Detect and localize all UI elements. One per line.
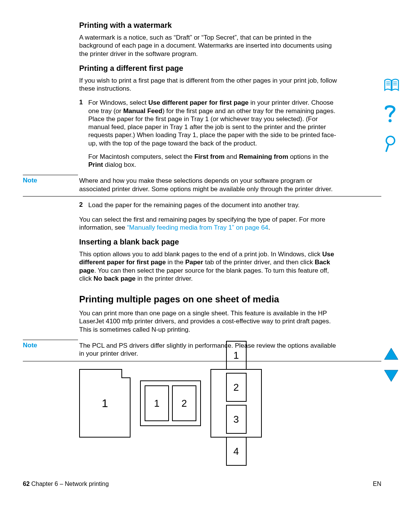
page-down-icon[interactable]: [384, 369, 403, 384]
cross-ref-link[interactable]: “Manually feeding media from Tray 1” on …: [127, 224, 268, 231]
note-body: Where and how you make these selections …: [79, 177, 338, 193]
diagram-sheet-1up: 1: [79, 369, 131, 438]
page-footer: 62 Chapter 6 – Network printing EN: [23, 481, 381, 487]
paragraph: This option allows you to add blank page…: [79, 250, 338, 283]
list-number: 1: [79, 99, 88, 169]
page-up-icon[interactable]: [384, 347, 403, 362]
chapter-label: Chapter 6 – Network printing: [30, 481, 109, 487]
svg-point-6: [389, 119, 392, 122]
heading-first-page: Printing a different first page: [79, 64, 338, 73]
paragraph: A watermark is a notice, such as “Draft”…: [79, 34, 338, 58]
page-number: 62: [23, 481, 30, 487]
heading-n-up: Printing multiple pages on one sheet of …: [79, 294, 338, 305]
heading-watermark: Printing with a watermark: [79, 21, 338, 30]
paragraph: You can print more than one page on a si…: [79, 309, 338, 334]
help-icon[interactable]: [384, 104, 403, 125]
svg-point-7: [386, 136, 395, 145]
language-label: EN: [373, 481, 381, 487]
svg-marker-9: [384, 348, 398, 359]
book-icon[interactable]: [384, 78, 403, 93]
diagram-sheet-2up: 1 2: [140, 380, 201, 426]
paragraph: If you wish to print a first page that i…: [79, 77, 338, 93]
svg-marker-10: [384, 370, 398, 382]
note-label: Note: [23, 342, 78, 349]
list-body: For Windows, select Use different paper …: [88, 99, 338, 169]
svg-line-8: [386, 144, 389, 151]
n-up-diagram: 1 1 2 1 2 3 4: [79, 369, 381, 438]
list-number: 2: [79, 201, 88, 209]
search-icon[interactable]: [384, 135, 403, 154]
heading-blank-back: Inserting a blank back page: [79, 238, 338, 246]
note-label: Note: [23, 177, 78, 184]
paragraph: You can select the first and remaining p…: [79, 216, 338, 232]
list-body: Load the paper for the remaining pages o…: [88, 201, 299, 209]
diagram-sheet-4up: 1 2 3 4: [210, 369, 262, 438]
note-body: The PCL and PS drivers differ slightly i…: [79, 342, 338, 358]
